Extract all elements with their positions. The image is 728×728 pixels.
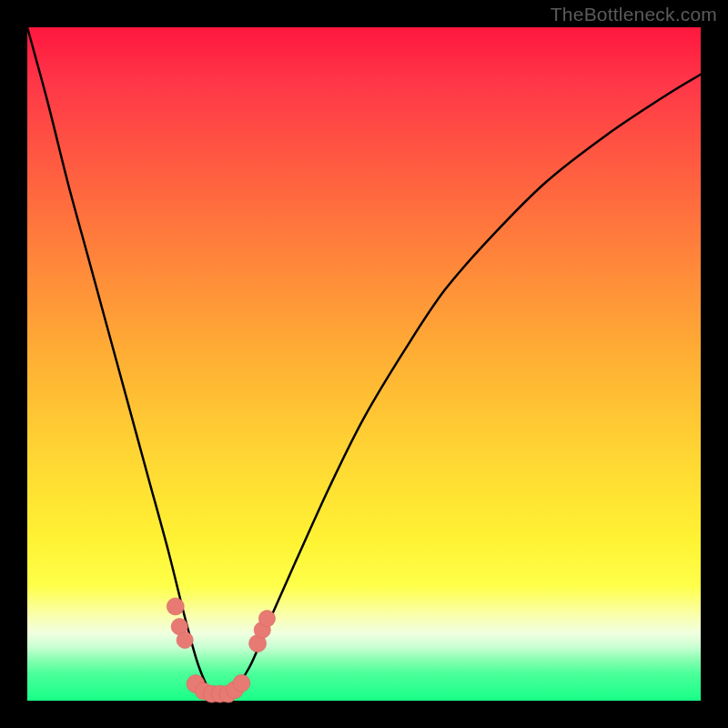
curve-marker	[233, 674, 250, 692]
plot-area	[27, 27, 701, 701]
curve-marker	[167, 598, 184, 615]
watermark-text: TheBottleneck.com	[551, 4, 717, 25]
chart-frame: TheBottleneck.com	[0, 0, 728, 728]
curve-marker	[258, 611, 275, 627]
curve-marker	[177, 632, 193, 648]
curve-layer	[27, 27, 701, 701]
bottleneck-curve	[27, 27, 701, 697]
